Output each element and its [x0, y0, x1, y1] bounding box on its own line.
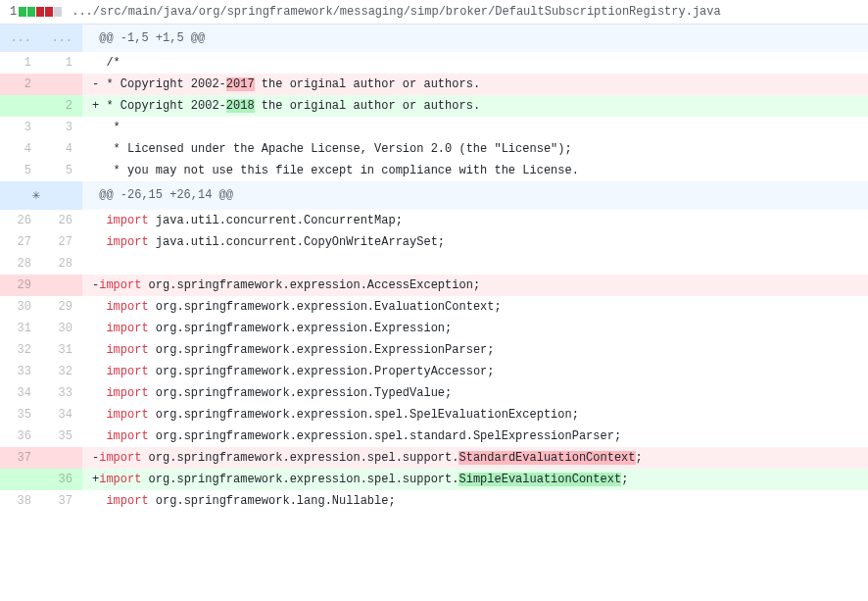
- line-number-new[interactable]: 26: [41, 210, 82, 231]
- line-number-new[interactable]: 5: [41, 160, 82, 181]
- line-number-old[interactable]: 3: [0, 117, 41, 138]
- hunk-header-row: ...... @@ -1,5 +1,5 @@: [0, 25, 868, 52]
- line-number-old[interactable]: 33: [0, 361, 41, 382]
- code-cell: [82, 253, 868, 275]
- line-number-old[interactable]: 32: [0, 339, 41, 361]
- file-path[interactable]: .../src/main/java/org/springframework/me…: [72, 5, 721, 19]
- code-cell: import org.springframework.expression.Ex…: [82, 339, 868, 361]
- diff-line: 3534 import org.springframework.expressi…: [0, 404, 868, 426]
- code-cell: /*: [82, 52, 868, 74]
- diff-line: 3332 import org.springframework.expressi…: [0, 361, 868, 382]
- file-header: 1 .../src/main/java/org/springframework/…: [0, 0, 868, 25]
- code-segment: *: [92, 121, 121, 134]
- diff-line: 44 * Licensed under the Apache License, …: [0, 138, 868, 160]
- code-segment: the original author or authors.: [255, 99, 480, 113]
- code-segment: [92, 214, 106, 227]
- line-number-old[interactable]: 29: [0, 275, 41, 296]
- code-segment: [92, 429, 106, 443]
- code-segment: org.springframework.expression.Expressio…: [149, 322, 453, 335]
- diff-stat-block: [54, 7, 62, 17]
- snowflake-icon: ✳: [0, 181, 72, 209]
- code-cell: import java.util.concurrent.CopyOnWriteA…: [82, 231, 868, 253]
- code-segment: import: [106, 494, 148, 508]
- line-number-old[interactable]: 36: [0, 426, 41, 447]
- line-number-new[interactable]: [41, 74, 82, 95]
- line-number-new[interactable]: 30: [41, 318, 82, 339]
- line-number-new[interactable]: 3: [41, 117, 82, 138]
- code-segment: * you may not use this file except in co…: [92, 164, 579, 177]
- line-number-new[interactable]: 2: [41, 95, 82, 117]
- code-segment: [92, 408, 106, 422]
- line-number-new[interactable]: [41, 275, 82, 296]
- code-segment: import: [106, 408, 148, 422]
- diff-line: 55 * you may not use this file except in…: [0, 160, 868, 181]
- code-cell: * you may not use this file except in co…: [82, 160, 868, 181]
- code-segment: import: [99, 451, 141, 465]
- line-number-new[interactable]: 31: [41, 339, 82, 361]
- line-number-old[interactable]: 37: [0, 447, 41, 469]
- line-number-old[interactable]: 2: [0, 74, 41, 95]
- line-number-new[interactable]: 32: [41, 361, 82, 382]
- diff-line: 36+import org.springframework.expression…: [0, 469, 868, 490]
- code-cell: import org.springframework.lang.Nullable…: [82, 490, 868, 512]
- line-number-new[interactable]: 27: [41, 231, 82, 253]
- diff-line: 2727 import java.util.concurrent.CopyOnW…: [0, 231, 868, 253]
- line-number-old[interactable]: 34: [0, 382, 41, 404]
- line-number-old[interactable]: 1: [0, 52, 41, 74]
- line-number-old[interactable]: 27: [0, 231, 41, 253]
- diff-line: 3029 import org.springframework.expressi…: [0, 296, 868, 318]
- hunk-num-right[interactable]: ...: [41, 25, 82, 52]
- line-number-new[interactable]: 1: [41, 52, 82, 74]
- line-number-new[interactable]: 36: [41, 469, 82, 490]
- code-cell: import org.springframework.expression.sp…: [82, 426, 868, 447]
- line-number-new[interactable]: 37: [41, 490, 82, 512]
- file-count: 1: [10, 5, 17, 19]
- line-number-new[interactable]: 29: [41, 296, 82, 318]
- line-number-old[interactable]: [0, 469, 41, 490]
- line-number-new[interactable]: 35: [41, 426, 82, 447]
- diff-line: 2626 import java.util.concurrent.Concurr…: [0, 210, 868, 231]
- code-segment: import: [99, 278, 141, 292]
- line-number-old[interactable]: [0, 95, 41, 117]
- line-number-old[interactable]: 26: [0, 210, 41, 231]
- hunk-num-left[interactable]: ...: [0, 25, 41, 52]
- line-number-old[interactable]: 35: [0, 404, 41, 426]
- line-number-old[interactable]: 38: [0, 490, 41, 512]
- code-cell: -import org.springframework.expression.A…: [82, 275, 868, 296]
- code-segment: org.springframework.expression.spel.stan…: [149, 429, 621, 443]
- line-number-old[interactable]: 5: [0, 160, 41, 181]
- line-number-old[interactable]: 4: [0, 138, 41, 160]
- code-cell: -import org.springframework.expression.s…: [82, 447, 868, 469]
- code-segment: import: [106, 365, 148, 378]
- code-segment: import: [106, 343, 148, 357]
- line-number-old[interactable]: 28: [0, 253, 41, 275]
- line-number-new[interactable]: 4: [41, 138, 82, 160]
- code-segment: import: [106, 300, 148, 314]
- line-number-new[interactable]: 34: [41, 404, 82, 426]
- line-number-old[interactable]: 31: [0, 318, 41, 339]
- line-number-new[interactable]: 33: [41, 382, 82, 404]
- code-segment: import: [106, 429, 148, 443]
- code-segment: StandardEvaluationContext: [458, 451, 635, 465]
- line-number-old[interactable]: 30: [0, 296, 41, 318]
- code-segment: the original author or authors.: [255, 77, 480, 91]
- code-cell: * Licensed under the Apache License, Ver…: [82, 138, 868, 160]
- diff-stat-blocks: [19, 7, 62, 17]
- code-segment: [92, 386, 106, 400]
- expand-hunk-button[interactable]: ✳: [0, 181, 82, 210]
- code-segment: [92, 235, 106, 249]
- code-segment: + * Copyright 2002-: [92, 99, 226, 113]
- code-segment: import: [106, 235, 148, 249]
- code-segment: import: [106, 322, 148, 335]
- code-segment: 2018: [226, 99, 255, 113]
- code-segment: org.springframework.expression.Evaluatio…: [149, 300, 502, 314]
- line-number-new[interactable]: 28: [41, 253, 82, 275]
- code-segment: org.springframework.expression.PropertyA…: [149, 365, 495, 378]
- code-segment: * Licensed under the Apache License, Ver…: [92, 142, 572, 156]
- diff-line: 3130 import org.springframework.expressi…: [0, 318, 868, 339]
- line-number-new[interactable]: [41, 447, 82, 469]
- code-segment: 2017: [226, 77, 255, 91]
- code-cell: import org.springframework.expression.Ex…: [82, 318, 868, 339]
- code-segment: [92, 343, 106, 357]
- diff-stat-block: [45, 7, 53, 17]
